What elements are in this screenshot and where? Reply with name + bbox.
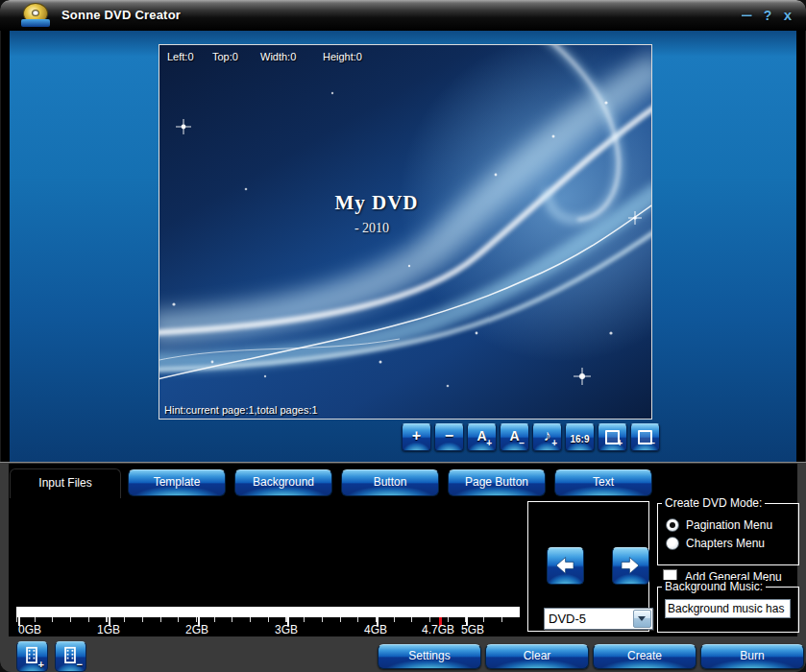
disc-type-value: DVD-5 bbox=[549, 612, 586, 626]
capacity-label-3gb: 3GB bbox=[275, 623, 298, 636]
settings-button[interactable]: Settings bbox=[378, 644, 481, 669]
clear-button[interactable]: Clear bbox=[485, 644, 589, 669]
page-add-button[interactable]: + bbox=[598, 423, 627, 451]
capacity-label-1gb: 1GB bbox=[97, 623, 120, 636]
chapters-menu-option[interactable]: Chapters Menu bbox=[666, 537, 765, 550]
radio-unselected-icon[interactable] bbox=[666, 537, 679, 550]
dvd-tray-icon bbox=[21, 19, 50, 27]
workspace-panel: Left:0 Top:0 Width:0 Height:0 My DVD - 2… bbox=[10, 31, 796, 462]
capacity-label-0gb: 0GB bbox=[18, 623, 41, 636]
add-video-button[interactable]: + bbox=[16, 641, 48, 672]
tab-input-files[interactable]: Input Files bbox=[10, 468, 121, 499]
selection-top-readout: Top:0 bbox=[212, 51, 238, 62]
minus-sub-icon: − bbox=[649, 439, 655, 448]
window-title: Sonne DVD Creator bbox=[61, 8, 181, 22]
burn-button[interactable]: Burn bbox=[700, 644, 804, 669]
close-button[interactable]: x bbox=[779, 7, 796, 24]
tab-button[interactable]: Button bbox=[341, 469, 439, 496]
background-music-group: Background Music: bbox=[657, 587, 799, 633]
font-increase-button[interactable]: A + bbox=[467, 423, 497, 451]
create-button[interactable]: Create bbox=[593, 644, 696, 669]
disc-type-select[interactable]: DVD-5 bbox=[544, 608, 653, 630]
dvd-menu-title[interactable]: My DVD bbox=[159, 191, 594, 215]
menu-preview-canvas[interactable]: Left:0 Top:0 Width:0 Height:0 My DVD - 2… bbox=[159, 44, 652, 420]
tab-text[interactable]: Text bbox=[554, 469, 652, 496]
add-button[interactable]: + bbox=[402, 423, 431, 451]
app-window: Sonne DVD Creator − ? x bbox=[0, 0, 806, 672]
dvd-hole-icon bbox=[32, 10, 39, 16]
app-dvd-icon bbox=[21, 3, 52, 28]
font-decrease-button[interactable]: A − bbox=[500, 423, 529, 451]
plus-sub-icon: + bbox=[38, 660, 44, 669]
minimize-button[interactable]: − bbox=[734, 7, 760, 24]
add-music-button[interactable]: ♪ + bbox=[532, 423, 562, 451]
help-button[interactable]: ? bbox=[759, 7, 776, 24]
plus-sub-icon: + bbox=[617, 439, 623, 448]
page-hint: Hint:current page:1,total pages:1 bbox=[164, 404, 318, 416]
selection-height-readout: Height:0 bbox=[323, 51, 362, 62]
remove-button[interactable]: − bbox=[434, 423, 464, 451]
dropdown-arrow-icon[interactable] bbox=[633, 610, 651, 628]
minus-sub-icon: − bbox=[519, 439, 525, 448]
capacity-label-5gb: 5GB bbox=[461, 623, 484, 636]
capacity-label-4-7gb: 4.7GB bbox=[422, 623, 454, 636]
plus-sub-icon: + bbox=[551, 439, 557, 448]
title-bar: Sonne DVD Creator − ? x bbox=[0, 0, 806, 31]
plus-sub-icon: + bbox=[486, 439, 492, 448]
left-arrow-icon bbox=[553, 554, 576, 577]
create-dvd-mode-group: Create DVD Mode: Pagination Menu Chapter… bbox=[657, 503, 799, 565]
plus-icon: + bbox=[403, 427, 430, 444]
background-music-legend: Background Music: bbox=[662, 580, 766, 593]
next-page-button[interactable] bbox=[612, 547, 649, 585]
capacity-label-2gb: 2GB bbox=[185, 623, 208, 636]
selection-left-readout: Left:0 bbox=[167, 51, 194, 62]
input-file-list[interactable] bbox=[10, 498, 525, 583]
aspect-ratio-button[interactable]: 16:9 bbox=[565, 423, 595, 451]
action-bar: + − Settings Clear Create Burn bbox=[9, 638, 806, 672]
tab-bar: Input Files Template Background Button P… bbox=[9, 468, 797, 498]
radio-selected-icon[interactable] bbox=[666, 518, 679, 532]
page-navigation-group: DVD-5 bbox=[527, 501, 649, 632]
selection-width-readout: Width:0 bbox=[260, 51, 296, 62]
create-dvd-mode-legend: Create DVD Mode: bbox=[662, 496, 765, 510]
capacity-label-4gb: 4GB bbox=[364, 623, 387, 636]
pagination-menu-option[interactable]: Pagination Menu bbox=[666, 518, 772, 532]
minus-icon: − bbox=[435, 427, 463, 444]
right-arrow-icon bbox=[619, 554, 642, 577]
pagination-menu-label: Pagination Menu bbox=[686, 518, 772, 532]
tab-template[interactable]: Template bbox=[128, 469, 226, 496]
chapters-menu-label: Chapters Menu bbox=[686, 537, 765, 550]
previous-page-button[interactable] bbox=[547, 547, 584, 585]
bottom-panel: Input Files Template Background Button P… bbox=[0, 462, 806, 672]
background-music-input[interactable] bbox=[665, 599, 791, 618]
page-remove-button[interactable]: − bbox=[630, 423, 660, 451]
preview-toolbar: + − A + A − ♪ + 16:9 + bbox=[402, 423, 660, 451]
remove-video-button[interactable]: − bbox=[55, 641, 86, 672]
aspect-16-9-label: 16:9 bbox=[566, 431, 594, 448]
minus-sub-icon: − bbox=[77, 660, 83, 669]
tab-page-button[interactable]: Page Button bbox=[448, 469, 546, 496]
dvd-menu-subtitle[interactable]: - 2010 bbox=[159, 221, 584, 236]
content-area: Input Files Template Background Button P… bbox=[9, 464, 797, 636]
disc-capacity-bar bbox=[16, 607, 520, 617]
tab-background[interactable]: Background bbox=[234, 469, 332, 496]
